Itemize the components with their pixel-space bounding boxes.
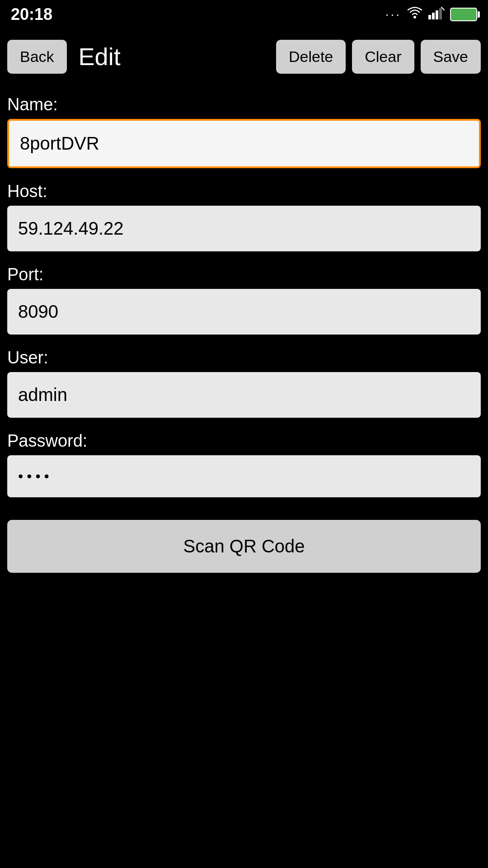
form-area: Name: Host: Port: User: Password: Scan Q… bbox=[0, 86, 488, 573]
port-input[interactable] bbox=[7, 289, 481, 335]
page-title: Edit bbox=[74, 42, 269, 71]
host-input[interactable] bbox=[7, 206, 481, 251]
svg-rect-3 bbox=[436, 10, 438, 19]
user-label: User: bbox=[7, 348, 481, 368]
status-dots-icon: ··· bbox=[385, 7, 401, 22]
toolbar-actions: Delete Clear Save bbox=[276, 40, 481, 74]
save-button[interactable]: Save bbox=[421, 40, 481, 74]
password-label: Password: bbox=[7, 431, 481, 451]
clear-button[interactable]: Clear bbox=[352, 40, 414, 74]
wifi-icon bbox=[407, 7, 423, 23]
svg-rect-2 bbox=[432, 13, 435, 19]
name-label: Name: bbox=[7, 95, 481, 114]
battery-icon bbox=[450, 8, 477, 21]
toolbar: Back Edit Delete Clear Save bbox=[0, 27, 488, 86]
name-input[interactable] bbox=[7, 119, 481, 168]
password-input[interactable] bbox=[7, 455, 481, 497]
port-label: Port: bbox=[7, 265, 481, 284]
svg-rect-1 bbox=[428, 15, 431, 19]
user-input[interactable] bbox=[7, 372, 481, 418]
scan-qr-button[interactable]: Scan QR Code bbox=[7, 520, 481, 573]
svg-rect-4 bbox=[439, 8, 442, 19]
status-icons: ··· bbox=[385, 7, 477, 23]
host-label: Host: bbox=[7, 182, 481, 201]
svg-point-0 bbox=[413, 16, 416, 19]
delete-button[interactable]: Delete bbox=[276, 40, 346, 74]
status-bar: 20:18 ··· bbox=[0, 0, 488, 27]
signal-icon bbox=[428, 7, 445, 22]
status-time: 20:18 bbox=[11, 5, 52, 24]
back-button[interactable]: Back bbox=[7, 40, 67, 74]
